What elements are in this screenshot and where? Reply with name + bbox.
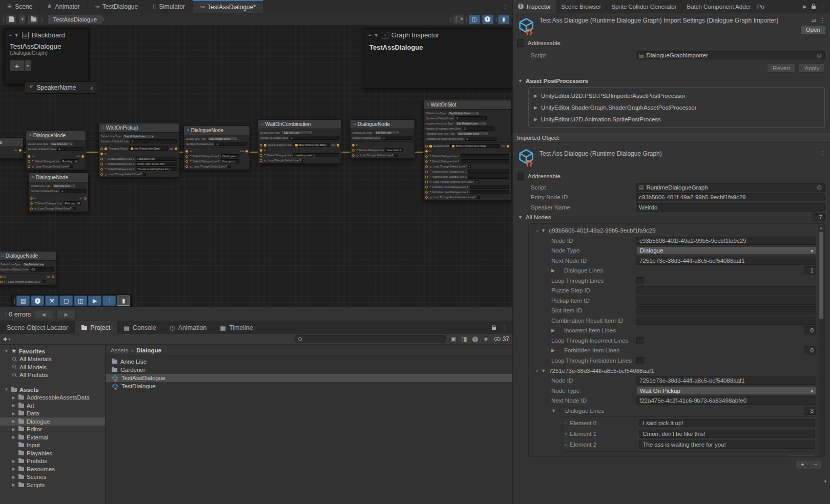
num-lines-field[interactable]: 1 — [60, 189, 86, 193]
required-slot-field[interactable]: Bonfire (Pickup Item Data) — [450, 144, 500, 148]
node-title-bar[interactable]: ≡DialogueNode — [350, 120, 414, 129]
tab-console[interactable]: ▤Console — [117, 321, 163, 334]
line-port[interactable] — [30, 202, 33, 205]
line-field[interactable] — [470, 190, 509, 194]
tree-item-folder[interactable]: ▶Prefabs — [0, 457, 105, 466]
output-port[interactable] — [81, 155, 84, 158]
graph-options-button[interactable]: ⋮▾ — [453, 15, 464, 24]
node-title-bar[interactable]: ≡DialogueNode — [184, 126, 250, 135]
nodes-list-scrollbar[interactable]: ▲ — [818, 225, 824, 455]
combination-result-item-id-field[interactable] — [636, 317, 816, 325]
toolbar-drag-handle[interactable]: || — [3, 16, 4, 22]
visibility-toggle[interactable]: 37 — [494, 335, 509, 343]
dialogue-node[interactable]: ≡DialogueNode Default Line TypeSay One L… — [350, 119, 415, 159]
line-type-dropdown[interactable]: Say One Line — [374, 131, 400, 135]
foldout-closed-icon[interactable]: ▶ — [11, 435, 16, 439]
line-field[interactable]: I said pick it up! — [136, 157, 177, 161]
tree-item-folder-dialogue[interactable]: ▶Dialogue — [0, 417, 105, 426]
required-pickup-field[interactable]: Ass (Pickup Item Data) — [129, 146, 168, 151]
previous-error-button[interactable]: ◀ — [34, 310, 53, 319]
dialogue-node[interactable]: ≡DialogueNode Default Line TypeSay Multi… — [0, 251, 56, 285]
chevron-left-icon[interactable]: ‹ — [91, 84, 93, 92]
next-error-button[interactable]: ▶ — [56, 310, 76, 319]
entry-node-id-field[interactable]: c93b5606-401f-49a2-99b5-9ecbf1fa9c29 — [636, 193, 825, 201]
line-type-dropdown[interactable]: Say One Line — [282, 131, 313, 135]
graph-inspector-panel[interactable]: = ▼ i Graph Inspector TestAssDialogue — [364, 28, 512, 89]
line-field[interactable]: Now, go on... — [221, 159, 239, 163]
tree-item-folder[interactable]: ▶Data — [0, 410, 105, 418]
line-field[interactable] — [470, 185, 509, 189]
output-port[interactable] — [245, 150, 248, 153]
node-id-field[interactable]: 7251e73e-38d3-44ff-a8c5-bcf54088aaf1 — [636, 376, 816, 385]
input-port[interactable] — [352, 144, 355, 146]
num-lines-field[interactable]: 2 — [455, 116, 487, 120]
toolbar-drag-handle[interactable]: || — [495, 16, 496, 22]
tree-item-assets[interactable]: ▼Assets — [0, 386, 105, 394]
num-lines-field[interactable]: 1 — [57, 147, 84, 151]
node-id-field[interactable]: c93b5606-401f-49a2-99b5-9ecbf1fa9c29 — [636, 237, 816, 245]
input-port[interactable] — [30, 197, 33, 200]
input-port[interactable] — [28, 155, 30, 158]
line-type-dropdown[interactable]: Say One Line — [52, 184, 76, 188]
object-picker-icon[interactable]: ◎ — [817, 184, 822, 191]
loop-port[interactable] — [0, 281, 3, 283]
required-port[interactable] — [260, 144, 262, 146]
drag-handle-icon[interactable]: = — [536, 228, 538, 233]
node-title-bar[interactable]: ≡WaitOnPickup — [99, 123, 179, 133]
drag-handle-icon[interactable]: = — [9, 32, 11, 38]
dialogue-lines-foldout[interactable]: ▶Dialogue Lines1 — [529, 266, 818, 276]
line-port[interactable] — [425, 186, 428, 188]
layout-toggle-button[interactable]: ◫ — [74, 296, 87, 306]
foldout-closed-icon[interactable]: ▶ — [11, 459, 16, 464]
line-port[interactable] — [425, 171, 428, 173]
node-type-dropdown[interactable]: Wait On Pickup — [636, 387, 816, 395]
foldout-closed-icon[interactable]: ▶ — [11, 427, 16, 432]
tab-scene-browser[interactable]: Scene Browser — [556, 0, 606, 13]
drag-handle-icon[interactable]: = — [368, 32, 371, 38]
list-item-folder[interactable]: Anne Lise — [106, 358, 512, 366]
script-object-field[interactable]: ▤RuntimeDialogueGraph◎ — [636, 183, 825, 192]
chevron-down-icon[interactable]: ▾ — [8, 337, 10, 342]
line-port[interactable] — [185, 160, 188, 163]
foldout-closed-icon[interactable]: ▶ — [11, 411, 16, 416]
dialogue-node[interactable]: ≡DialogueNode Default Line TypeSay One L… — [28, 173, 89, 212]
count-field[interactable]: 1 — [804, 266, 816, 275]
foldout-closed-icon[interactable]: ▶ — [11, 482, 16, 487]
favorite-star-icon[interactable]: ★ — [483, 335, 489, 343]
element-field[interactable]: I said pick it up! — [639, 419, 815, 427]
line-field[interactable]: I need my meat :( — [293, 153, 339, 157]
loop-checkbox[interactable] — [477, 196, 480, 199]
loop-checkbox[interactable] — [228, 165, 231, 168]
num-lines-field[interactable]: 3 — [130, 139, 177, 143]
list-item-folder[interactable]: Gardener — [106, 366, 512, 374]
save-button[interactable] — [6, 15, 17, 24]
node-type-dropdown[interactable]: Dialogue — [636, 246, 816, 255]
toolbar-drag-handle[interactable]: || — [466, 16, 467, 22]
inc-type-dropdown[interactable]: Say Multiple Lines — [455, 121, 487, 125]
loop-port[interactable] — [28, 165, 30, 168]
project-search-input[interactable] — [295, 335, 446, 343]
line-type-dropdown[interactable]: Say Multiple Lines — [22, 262, 45, 266]
tools-toggle-button[interactable]: ⚒ — [45, 296, 58, 306]
drag-handle-icon[interactable]: = — [565, 442, 567, 447]
tab-scroll-right-icon[interactable]: ▶ — [803, 4, 807, 9]
foldout-open-icon[interactable]: ▼ — [4, 349, 9, 353]
kebab-icon[interactable]: ⋮ — [820, 3, 826, 10]
toolbar-drag-handle[interactable]: || — [41, 16, 42, 22]
drag-handle-icon[interactable]: = — [565, 421, 567, 426]
line-field[interactable] — [461, 159, 509, 163]
pickup-item-id-field[interactable] — [636, 297, 816, 305]
tab-batch-component-adder[interactable]: Batch Component Adder — [682, 0, 756, 13]
save-search-icon[interactable]: ▣ — [450, 335, 456, 343]
tab-timeline[interactable]: ▦Timeline — [213, 321, 260, 334]
scroll-up-icon[interactable]: ▲ — [818, 226, 824, 229]
line-port[interactable] — [28, 160, 30, 163]
puzzle-step-id-field[interactable] — [636, 286, 816, 295]
tab-scene[interactable]: ⊞Scene — [0, 0, 40, 13]
loop-port[interactable] — [185, 165, 188, 168]
loop-port[interactable] — [425, 181, 428, 183]
line-field[interactable]: The ass is waiting there for y — [136, 167, 177, 171]
line-port[interactable] — [100, 168, 103, 171]
presets-icon[interactable]: ⇌ — [812, 17, 817, 24]
tree-item-all-prefabs[interactable]: All Prefabs — [0, 371, 105, 380]
